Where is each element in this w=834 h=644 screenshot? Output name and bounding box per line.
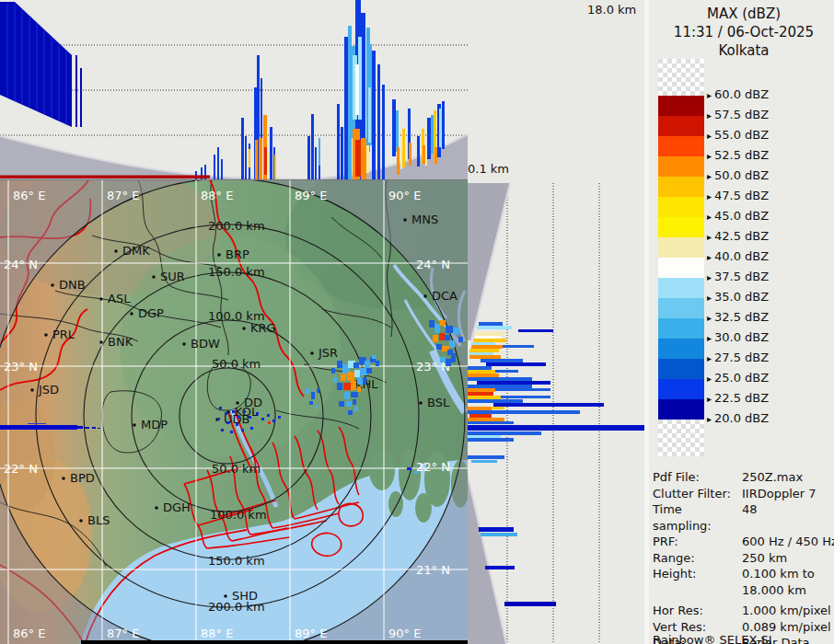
city-dot	[310, 351, 314, 355]
legend-entry-label: ▸35.0 dBZ	[707, 290, 769, 304]
info-row-value: 600 Hz / 450 Hz	[742, 534, 834, 550]
legend-entry-label: ▸57.5 dBZ	[707, 108, 769, 121]
height-label-mid: 0.1 km	[468, 162, 509, 176]
city-label: JSR	[318, 346, 338, 360]
lon-label: 86° E	[13, 627, 45, 640]
legend-entry-value: 55.0 dBZ	[714, 128, 769, 142]
lon-label: 88° E	[201, 627, 233, 640]
city-label: DGP	[138, 306, 164, 320]
info-row-label: Range:	[653, 550, 742, 567]
legend-color-swatch	[658, 116, 704, 136]
legend-color-swatch	[658, 177, 704, 197]
legend-entry-value: 35.0 dBZ	[714, 290, 769, 304]
legend-tick-icon: ▸	[707, 293, 712, 303]
legend-tick-icon: ▸	[707, 252, 712, 262]
range-ring-label: 150.0 km	[208, 554, 265, 568]
lon-label: 90° E	[388, 189, 421, 202]
legend-color-swatch	[658, 156, 704, 177]
range-ring-label: 150.0 km	[208, 265, 265, 279]
top-height-profile-plot	[0, 0, 468, 179]
legend-tick-icon: ▸	[707, 374, 712, 384]
lon-label: 87° E	[107, 189, 139, 202]
interference-echo-block	[0, 2, 82, 127]
legend-entry-value: 40.0 dBZ	[714, 249, 769, 263]
legend-tick-icon: ▸	[707, 232, 712, 242]
legend-color-swatch	[658, 217, 704, 237]
city-dot	[217, 253, 221, 257]
info-row: Height:0.100 km to	[653, 566, 834, 582]
legend-entry-label: ▸30.0 dBZ	[707, 330, 769, 344]
city-dot	[114, 249, 118, 253]
legend-entry-value: 27.5 dBZ	[714, 351, 769, 364]
city-dot	[182, 342, 186, 346]
city-label: BSL	[427, 396, 450, 409]
legend-tick-icon: ▸	[707, 394, 712, 404]
city-dot	[130, 312, 133, 316]
legend-entry-value: 30.0 dBZ	[714, 330, 769, 344]
legend-tick-icon: ▸	[707, 90, 712, 100]
legend-color-swatch	[658, 359, 704, 379]
legend-entry-label: ▸60.0 dBZ	[707, 87, 769, 101]
legend-entry-label: ▸37.5 dBZ	[707, 270, 769, 283]
city-label: KRG	[250, 321, 276, 335]
info-row: PRF:600 Hz / 450 Hz	[653, 534, 834, 550]
lat-label: 24° N	[416, 258, 450, 271]
info-row: Hor Res:1.000 km/pixel	[653, 603, 834, 619]
legend-color-swatch	[658, 258, 704, 278]
city-label: SHD	[232, 589, 258, 603]
info-row: Clutter Filter:IIRDoppler 7	[653, 486, 834, 502]
info-row-value: 18.000 km	[742, 582, 806, 599]
info-row-value: 0.100 km to	[742, 566, 815, 582]
lon-label: 89° E	[295, 189, 327, 202]
legend-color-swatch	[658, 237, 704, 258]
city-label: DMK	[122, 244, 150, 258]
legend-entry-value: 50.0 dBZ	[714, 168, 769, 182]
legend-entry-value: 32.5 dBZ	[714, 310, 769, 324]
city-label: BRP	[226, 247, 249, 261]
info-row-label: Pdf File:	[653, 469, 742, 486]
legend-station: Kolkata	[649, 42, 834, 60]
city-label: PRL	[52, 328, 75, 341]
legend-tick-icon: ▸	[707, 212, 712, 222]
info-footer: Rainbow® SELEX-SI	[653, 633, 772, 644]
legend-color-swatch	[658, 278, 704, 298]
legend-tick-icon: ▸	[707, 110, 712, 121]
info-row-value: 48	[742, 501, 758, 534]
legend-tick-icon: ▸	[707, 313, 712, 323]
legend-tick-icon: ▸	[707, 131, 712, 141]
legend-tick-icon: ▸	[707, 151, 712, 161]
legend-entry-value: 57.5 dBZ	[714, 108, 769, 121]
lon-label: 89° E	[295, 627, 327, 640]
legend-entry-value: 52.5 dBZ	[714, 148, 769, 162]
legend-color-swatch	[658, 197, 704, 217]
legend-entry-label: ▸40.0 dBZ	[707, 249, 769, 263]
legend-tick-icon: ▸	[707, 171, 712, 181]
legend-datetime: 11:31 / 06-Oct-2025	[649, 24, 834, 41]
lon-label: 87° E	[107, 627, 139, 640]
lon-label: 90° E	[388, 627, 421, 640]
legend-tick-icon: ▸	[707, 333, 712, 343]
lat-label: 22° N	[4, 462, 38, 476]
city-dot	[62, 477, 65, 480]
legend-entry-label: ▸50.0 dBZ	[707, 168, 769, 182]
city-label: DNB	[59, 278, 86, 292]
city-label: DCA	[432, 289, 458, 303]
city-dot	[403, 218, 407, 222]
legend-entry-label: ▸47.5 dBZ	[707, 189, 769, 202]
legend-entry-label: ▸45.0 dBZ	[707, 209, 769, 223]
city-dot	[224, 594, 227, 598]
info-row-label: PRF:	[653, 534, 742, 550]
lat-label: 21° N	[416, 563, 450, 577]
city-label: BPD	[70, 471, 95, 485]
city-label: JSD	[38, 383, 59, 397]
legend-color-swatch	[658, 298, 704, 318]
legend-tick-icon: ▸	[707, 272, 712, 282]
range-ring-label: 100.0 km	[210, 508, 267, 522]
info-row: Range:250 km	[653, 550, 834, 567]
city-dot	[30, 388, 34, 392]
city-dot	[242, 327, 246, 330]
legend-entry-value: 37.5 dBZ	[714, 270, 769, 283]
city-dot	[44, 333, 48, 337]
legend-entry-value: 20.0 dBZ	[714, 411, 769, 425]
city-dot	[79, 519, 83, 523]
